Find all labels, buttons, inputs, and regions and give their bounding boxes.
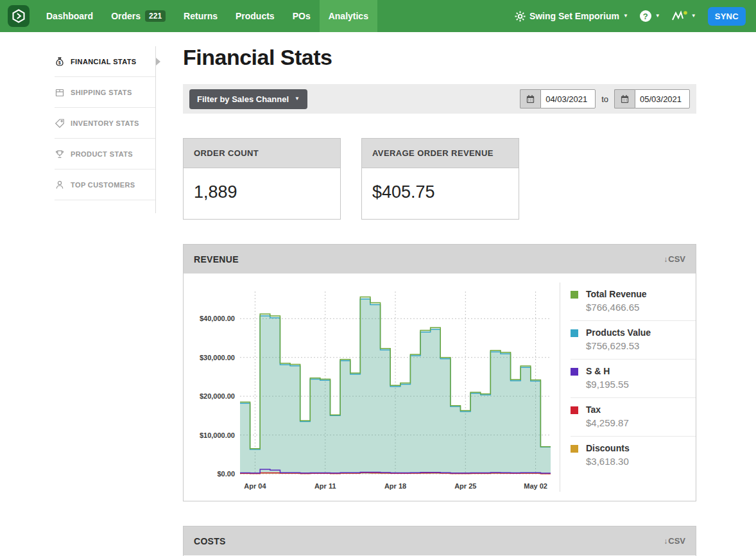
page-title: Financial Stats [183, 45, 696, 70]
date-from-input[interactable] [540, 89, 596, 109]
svg-text:Apr 04: Apr 04 [244, 482, 266, 490]
revenue-chart-legend: Total Revenue $766,466.65 Products Value… [560, 282, 696, 492]
calendar-icon [526, 94, 535, 104]
nav-item-pos[interactable]: POs [284, 0, 320, 32]
account-menu-button[interactable]: Swing Set Emporium ▼ [515, 11, 628, 22]
revenue-chart-area: $0.00$10,000.00$20,000.00$30,000.00$40,0… [184, 274, 560, 501]
nav-item-analytics[interactable]: Analytics [320, 0, 377, 32]
nav-right-cluster: Swing Set Emporium ▼ ? ▼ ▼ SYNC [515, 0, 756, 32]
costs-csv-download-link[interactable]: ↓ CSV [664, 536, 685, 546]
pulse-icon [672, 10, 687, 22]
legend-swatch [571, 291, 578, 299]
legend-item-total-revenue: Total Revenue $766,466.65 [571, 282, 696, 321]
activity-menu-button[interactable]: ▼ [672, 10, 696, 22]
sidebar-item-product-stats[interactable]: PRODUCT STATS [55, 139, 155, 169]
svg-text:$: $ [58, 60, 61, 65]
costs-panel-header: COSTS ↓ CSV [184, 526, 696, 555]
costs-panel-title: COSTS [194, 536, 226, 546]
tag-icon [55, 118, 65, 128]
date-range-to-label: to [601, 94, 608, 104]
chevron-down-icon: ▼ [691, 13, 696, 19]
legend-series-name: Products Value [586, 327, 696, 338]
date-to-group [614, 89, 690, 109]
legend-series-total: $766,466.65 [586, 302, 696, 313]
legend-item-s-and-h: S & H $9,195.55 [571, 360, 696, 398]
sidebar-item-label: SHIPPING STATS [71, 89, 132, 96]
svg-text:May 02: May 02 [524, 482, 547, 490]
sidebar-item-financial-stats[interactable]: $ FINANCIAL STATS [55, 46, 155, 77]
legend-series-total: $756,629.53 [586, 340, 696, 351]
csv-label: CSV [668, 536, 685, 546]
legend-item-tax: Tax $4,259.87 [571, 398, 696, 437]
sidebar-item-label: FINANCIAL STATS [71, 58, 137, 65]
date-from-calendar-button[interactable] [520, 89, 540, 109]
legend-series-total: $4,259.87 [586, 417, 696, 428]
nav-label: Dashboard [46, 11, 93, 21]
chevron-down-icon: ▼ [295, 96, 300, 101]
customer-icon [55, 180, 65, 190]
sidebar-item-label: INVENTORY STATS [71, 119, 139, 127]
average-order-revenue-card: AVERAGE ORDER REVENUE $405.75 [361, 138, 519, 220]
gear-icon [515, 11, 526, 22]
question-mark-icon: ? [640, 10, 651, 22]
stat-cards-row: ORDER COUNT 1,889 AVERAGE ORDER REVENUE … [183, 138, 696, 220]
legend-swatch [571, 406, 578, 414]
sidebar-item-shipping-stats[interactable]: SHIPPING STATS [55, 77, 155, 108]
app-logo[interactable] [0, 0, 37, 32]
legend-series-total: $3,618.30 [586, 456, 696, 467]
page-content: $ FINANCIAL STATS SHIPPING STATS INVENTO… [0, 32, 756, 556]
legend-series-name: Discounts [586, 443, 696, 453]
order-count-card: ORDER COUNT 1,889 [183, 138, 341, 220]
nav-label: POs [293, 11, 311, 21]
nav-item-orders[interactable]: Orders 221 [102, 0, 175, 32]
nav-label: Orders [111, 11, 141, 21]
nav-item-products[interactable]: Products [227, 0, 284, 32]
help-menu-button[interactable]: ? ▼ [640, 10, 660, 22]
revenue-panel-body: $0.00$10,000.00$20,000.00$30,000.00$40,0… [184, 274, 696, 501]
svg-text:Apr 11: Apr 11 [314, 482, 336, 490]
legend-item-products-value: Products Value $756,629.53 [571, 321, 696, 360]
top-nav: Dashboard Orders 221 Returns Products PO… [0, 0, 756, 32]
sidebar-item-top-customers[interactable]: TOP CUSTOMERS [55, 169, 155, 200]
svg-text:$40,000.00: $40,000.00 [200, 315, 235, 322]
stat-card-header: ORDER COUNT [184, 139, 340, 168]
stat-card-header: AVERAGE ORDER REVENUE [362, 139, 519, 168]
svg-text:$20,000.00: $20,000.00 [200, 392, 235, 400]
hexagon-arrow-icon [11, 8, 26, 24]
sales-channel-filter-label: Filter by Sales Channel [197, 94, 289, 104]
svg-text:$10,000.00: $10,000.00 [200, 431, 235, 439]
nav-item-returns[interactable]: Returns [175, 0, 227, 32]
costs-panel: COSTS ↓ CSV [183, 526, 696, 556]
legend-series-name: Tax [586, 404, 696, 415]
date-from-group [520, 89, 596, 109]
legend-swatch [571, 368, 578, 376]
sidebar: $ FINANCIAL STATS SHIPPING STATS INVENTO… [55, 46, 156, 213]
date-to-calendar-button[interactable] [614, 89, 635, 109]
nav-label: Products [236, 11, 275, 21]
revenue-chart: $0.00$10,000.00$20,000.00$30,000.00$40,0… [187, 282, 560, 494]
chevron-down-icon: ▼ [655, 13, 660, 19]
legend-swatch [571, 445, 578, 453]
nav-item-dashboard[interactable]: Dashboard [37, 0, 102, 32]
download-arrow-icon: ↓ [664, 537, 667, 546]
money-bag-icon: $ [55, 56, 65, 67]
legend-item-discounts: Discounts $3,618.30 [571, 437, 696, 474]
sidebar-item-label: TOP CUSTOMERS [71, 181, 135, 189]
filter-bar: Filter by Sales Channel ▼ [183, 84, 696, 114]
revenue-panel: REVENUE ↓ CSV $0.00$10,000.00$20,000.00$… [183, 244, 696, 501]
sidebar-item-inventory-stats[interactable]: INVENTORY STATS [55, 108, 155, 139]
nav-label: Returns [184, 11, 218, 21]
sales-channel-filter-button[interactable]: Filter by Sales Channel ▼ [189, 89, 307, 109]
revenue-csv-download-link[interactable]: ↓ CSV [664, 254, 685, 264]
date-to-input[interactable] [635, 89, 690, 109]
orders-count-badge: 221 [145, 10, 166, 22]
app-logo-icon [8, 5, 30, 27]
calendar-icon [620, 94, 630, 104]
date-range-picker: to [520, 89, 690, 109]
legend-series-name: S & H [586, 366, 696, 376]
revenue-panel-header: REVENUE ↓ CSV [184, 245, 696, 274]
download-arrow-icon: ↓ [664, 255, 667, 264]
chevron-down-icon: ▼ [623, 13, 628, 19]
sync-button[interactable]: SYNC [708, 7, 746, 26]
trophy-icon [55, 149, 65, 159]
